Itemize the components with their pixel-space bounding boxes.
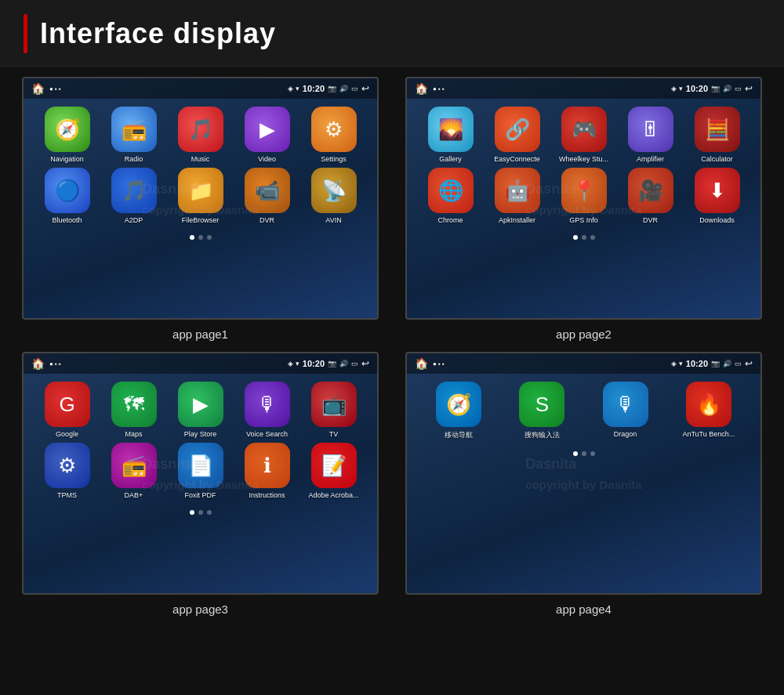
status-time: 10:20 xyxy=(303,84,325,93)
app-item-----[interactable]: 🧭移动导航 xyxy=(419,382,498,440)
app-label-gallery: Gallery xyxy=(439,155,462,163)
screen-label-page1: app page1 xyxy=(172,328,228,341)
dot-2[interactable] xyxy=(590,235,595,240)
status-dots: ● ▪ ▪ xyxy=(433,85,445,92)
app-item-settings[interactable]: ⚙Settings xyxy=(303,107,365,163)
app-label-settings: Settings xyxy=(321,155,347,163)
page-dots xyxy=(407,235,760,240)
app-label-maps: Maps xyxy=(125,430,142,438)
app-item-gallery[interactable]: 🌄Gallery xyxy=(419,107,481,163)
dot-2[interactable] xyxy=(590,451,595,456)
app-item-google[interactable]: GGoogle xyxy=(36,382,98,438)
app-item-dragon[interactable]: 🎙Dragon xyxy=(586,382,665,440)
app-item-gps-info[interactable]: 📍GPS Info xyxy=(553,168,615,224)
app-item-maps[interactable]: 🗺Maps xyxy=(103,382,165,438)
home-icon[interactable]: 🏠 xyxy=(415,82,428,95)
app-icon-instructions: ℹ xyxy=(245,443,290,488)
dot-0[interactable] xyxy=(190,510,194,515)
app-item-easyconnecte[interactable]: 🔗EasyConnecte xyxy=(486,107,548,163)
screen-block-page1: Dasnitacopyright by Dasnita 🏠 ● ▪ ▪ ◈ ▾ … xyxy=(14,77,387,341)
app-item-play-store[interactable]: ▶Play Store xyxy=(169,382,231,438)
app-item-dvr[interactable]: 📹DVR xyxy=(236,168,298,224)
app-item-video[interactable]: ▶Video xyxy=(236,107,298,163)
app-icon-settings: ⚙ xyxy=(311,107,357,152)
app-item-chrome[interactable]: 🌐Chrome xyxy=(419,168,481,224)
dot-1[interactable] xyxy=(582,235,586,240)
app-item-adobe-acroba---[interactable]: 📝Adobe Acroba... xyxy=(303,443,365,499)
app-icon-----: 🧭 xyxy=(436,382,481,427)
app-item-apkinstaller[interactable]: 🤖ApkInstaller xyxy=(486,168,548,224)
home-icon[interactable]: 🏠 xyxy=(415,357,428,370)
app-icon-tpms: ⚙ xyxy=(45,443,90,488)
app-label-dvr: DVR xyxy=(260,216,274,224)
app-icon-dragon: 🎙 xyxy=(603,382,648,427)
app-item-filebrowser[interactable]: 📁FileBrowser xyxy=(169,168,231,224)
back-icon[interactable]: ↩ xyxy=(361,83,369,94)
dot-2[interactable] xyxy=(207,235,212,240)
status-time: 10:20 xyxy=(686,359,708,368)
app-label-chrome: Chrome xyxy=(437,216,463,224)
app-label-foxit-pdf: Foxit PDF xyxy=(184,491,216,499)
app-grid-page2: 🌄Gallery🔗EasyConnecte🎮Wheelkey Stu...🎚Am… xyxy=(407,99,760,232)
home-icon[interactable]: 🏠 xyxy=(31,82,45,95)
back-icon[interactable]: ↩ xyxy=(745,83,753,94)
screen-icon: ▭ xyxy=(351,360,358,367)
dot-1[interactable] xyxy=(198,510,203,515)
camera-icon: 📷 xyxy=(711,360,720,367)
app-item-tpms[interactable]: ⚙TPMS xyxy=(36,443,98,499)
app-icon-avin: 📡 xyxy=(311,168,357,213)
app-icon-antutu-bench---: 🔥 xyxy=(686,382,731,427)
app-label-antutu-bench---: AnTuTu Bench... xyxy=(682,430,735,438)
app-item-amplifier[interactable]: 🎚Amplifier xyxy=(619,107,681,163)
app-item-bluetooth[interactable]: 🔵Bluetooth xyxy=(36,168,98,224)
dot-0[interactable] xyxy=(573,451,578,456)
home-icon[interactable]: 🏠 xyxy=(31,357,45,370)
app-icon-adobe-acroba---: 📝 xyxy=(311,443,357,488)
app-item-instructions[interactable]: ℹInstructions xyxy=(236,443,298,499)
app-item------[interactable]: S搜狗输入法 xyxy=(503,382,581,440)
app-label-downloads: Downloads xyxy=(699,216,735,224)
app-item-calculator[interactable]: 🧮Calculator xyxy=(686,107,748,163)
app-icon-gallery: 🌄 xyxy=(428,107,474,152)
screen-block-page3: Dasnitacopyright by Dasnita 🏠 ● ▪ ▪ ◈ ▾ … xyxy=(14,352,387,616)
app-icon-filebrowser: 📁 xyxy=(178,168,223,213)
page-dots xyxy=(24,235,377,240)
app-label-amplifier: Amplifier xyxy=(637,155,664,163)
app-grid-page1: 🧭Navigation📻Radio🎵Music▶Video⚙Settings🔵B… xyxy=(24,99,377,232)
status-dots: ● ▪ ▪ xyxy=(49,85,61,92)
app-item-a2dp[interactable]: 🎵A2DP xyxy=(103,168,165,224)
app-item-avin[interactable]: 📡AVIN xyxy=(303,168,365,224)
dot-0[interactable] xyxy=(190,235,194,240)
app-icon-navigation: 🧭 xyxy=(45,107,90,152)
app-item-voice-search[interactable]: 🎙Voice Search xyxy=(236,382,298,438)
app-label-dragon: Dragon xyxy=(614,430,637,438)
app-item-foxit-pdf[interactable]: 📄Foxit PDF xyxy=(169,443,231,499)
app-item-navigation[interactable]: 🧭Navigation xyxy=(36,107,98,163)
app-item-antutu-bench---[interactable]: 🔥AnTuTu Bench... xyxy=(670,382,748,440)
dot-0[interactable] xyxy=(573,235,578,240)
speaker-icon: 🔊 xyxy=(723,360,731,367)
app-label-apkinstaller: ApkInstaller xyxy=(499,216,535,224)
app-label-----: 移动导航 xyxy=(445,430,473,440)
back-icon[interactable]: ↩ xyxy=(361,358,369,369)
app-icon-tv: 📺 xyxy=(311,382,357,427)
app-item-dvr[interactable]: 🎥DVR xyxy=(619,168,681,224)
android-screen-page1: Dasnitacopyright by Dasnita 🏠 ● ▪ ▪ ◈ ▾ … xyxy=(22,77,379,320)
app-item-radio[interactable]: 📻Radio xyxy=(103,107,165,163)
dot-1[interactable] xyxy=(582,451,586,456)
app-icon-foxit-pdf: 📄 xyxy=(178,443,223,488)
app-item-tv[interactable]: 📺TV xyxy=(303,382,365,438)
app-item-wheelkey-stu---[interactable]: 🎮Wheelkey Stu... xyxy=(553,107,615,163)
app-item-downloads[interactable]: ⬇Downloads xyxy=(686,168,748,224)
app-icon-dab-: 📻 xyxy=(111,443,157,488)
dot-2[interactable] xyxy=(207,510,212,515)
screen-icon: ▭ xyxy=(351,85,358,92)
dot-1[interactable] xyxy=(198,235,203,240)
app-label-tpms: TPMS xyxy=(57,491,77,499)
app-item-dab-[interactable]: 📻DAB+ xyxy=(103,443,165,499)
app-icon-play-store: ▶ xyxy=(178,382,223,427)
app-item-music[interactable]: 🎵Music xyxy=(169,107,231,163)
status-dots: ● ▪ ▪ xyxy=(433,360,445,367)
location-icon: ◈ ▾ xyxy=(671,85,683,92)
back-icon[interactable]: ↩ xyxy=(745,358,753,369)
